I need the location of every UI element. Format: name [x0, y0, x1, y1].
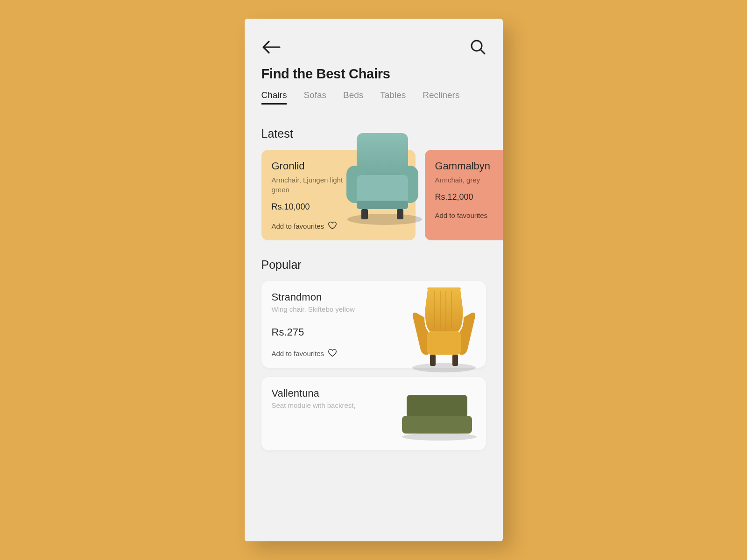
- product-name: Gronlid: [272, 160, 405, 172]
- add-to-favourites-button[interactable]: Add to favourites: [435, 211, 499, 219]
- fav-label: Add to favourites: [272, 350, 324, 357]
- popular-list: Strandmon Wing chair, Skiftebo yellow Rs…: [245, 281, 503, 450]
- fav-label: Add to favourites: [272, 222, 324, 230]
- heart-icon: [328, 349, 337, 358]
- section-heading-latest: Latest: [245, 109, 503, 150]
- svg-point-9: [412, 363, 476, 372]
- search-icon[interactable]: [470, 39, 486, 55]
- product-name: Vallentuna: [272, 387, 476, 399]
- tab-recliners[interactable]: Recliners: [423, 90, 459, 105]
- product-name: Gammalbyn: [435, 160, 499, 172]
- product-price: Rs.12,000: [435, 192, 499, 202]
- svg-point-17: [402, 433, 477, 441]
- product-card-gronlid[interactable]: Gronlid Armchair, Ljungen light green Rs…: [261, 150, 416, 240]
- tab-sofas[interactable]: Sofas: [303, 90, 326, 105]
- tab-beds[interactable]: Beds: [343, 90, 363, 105]
- page-title: Find the Best Chairs: [245, 66, 503, 90]
- product-card-vallentuna[interactable]: Vallentuna Seat module with backrest,: [261, 377, 486, 450]
- add-to-favourites-button[interactable]: Add to favourites: [272, 221, 405, 231]
- add-to-favourites-button[interactable]: Add to favourites: [272, 349, 476, 358]
- heart-icon: [328, 221, 337, 231]
- header-bar: [245, 19, 503, 66]
- product-description: Armchair, Ljungen light green: [272, 175, 356, 195]
- product-description: Wing chair, Skiftebo yellow: [272, 305, 388, 313]
- product-price: Rs.275: [272, 326, 476, 338]
- app-screen: Find the Best Chairs Chairs Sofas Beds T…: [245, 19, 503, 541]
- fav-label: Add to favourites: [435, 211, 488, 219]
- product-price: Rs.10,000: [272, 202, 405, 212]
- svg-rect-19: [402, 416, 472, 434]
- tab-chairs[interactable]: Chairs: [261, 90, 287, 105]
- svg-rect-5: [357, 175, 408, 203]
- back-arrow-icon[interactable]: [261, 40, 281, 54]
- product-description: Seat module with backrest,: [272, 401, 388, 409]
- category-tabs: Chairs Sofas Beds Tables Recliners: [245, 90, 503, 109]
- product-name: Strandmon: [272, 291, 476, 303]
- tab-tables[interactable]: Tables: [380, 90, 406, 105]
- section-heading-popular: Popular: [245, 240, 503, 281]
- product-card-strandmon[interactable]: Strandmon Wing chair, Skiftebo yellow Rs…: [261, 281, 486, 368]
- product-card-gammalbyn[interactable]: Gammalbyn Armchair, grey Rs.12,000 Add t…: [425, 150, 503, 240]
- latest-carousel[interactable]: Gronlid Armchair, Ljungen light green Rs…: [245, 150, 503, 240]
- product-description: Armchair, grey: [435, 175, 499, 185]
